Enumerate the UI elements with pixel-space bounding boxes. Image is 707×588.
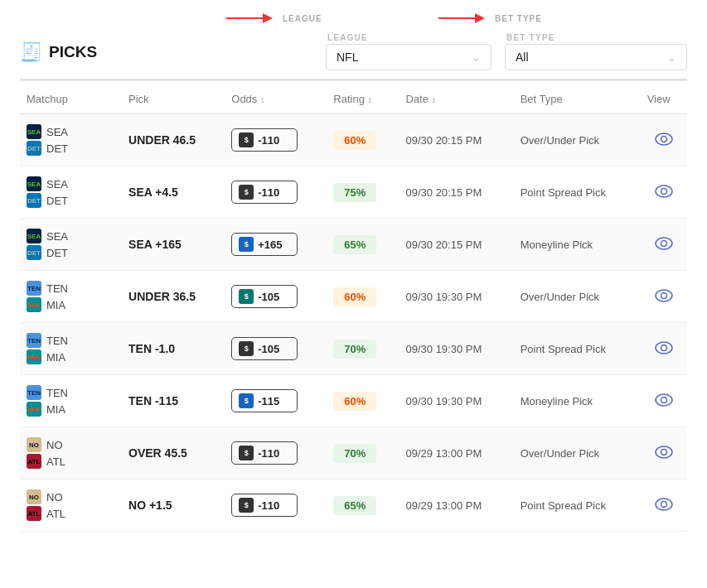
rating-badge: 70% bbox=[333, 444, 376, 463]
rating-badge: 65% bbox=[333, 496, 376, 515]
rating-cell: 70% bbox=[327, 323, 399, 375]
date-cell: 09/29 13:00 PM bbox=[399, 427, 513, 480]
col-odds[interactable]: Odds ↕ bbox=[225, 81, 327, 114]
svg-point-10 bbox=[656, 342, 672, 354]
table-row: SEA SEA DET DET SEA +165 $ +165 65% 09/3… bbox=[20, 219, 687, 271]
rating-badge: 60% bbox=[333, 131, 376, 150]
bet-type-dropdown[interactable]: All ⌄ bbox=[505, 44, 687, 70]
svg-point-2 bbox=[656, 133, 672, 145]
odds-cell: $ -110 bbox=[225, 480, 327, 532]
svg-point-6 bbox=[656, 238, 672, 249]
page-title: 🧾 PICKS bbox=[20, 41, 97, 63]
view-icon[interactable] bbox=[655, 131, 673, 149]
svg-point-5 bbox=[661, 188, 666, 194]
svg-point-15 bbox=[661, 449, 666, 455]
date-cell: 09/30 20:15 PM bbox=[399, 114, 513, 166]
table-row: NO NO ATL ATL NO +1.5 $ -110 65% 09/29 1… bbox=[20, 480, 687, 532]
bet-type-cell: Over/Under Pick bbox=[514, 114, 641, 166]
odds-cell: $ -105 bbox=[225, 271, 327, 323]
svg-point-7 bbox=[661, 240, 666, 246]
table-row: TEN TEN MIA MIA TEN -115 $ -115 60% 09/3… bbox=[20, 375, 687, 427]
view-icon[interactable] bbox=[655, 444, 673, 462]
date-cell: 09/30 19:30 PM bbox=[399, 271, 513, 323]
matchup-cell: SEA SEA DET DET bbox=[20, 166, 122, 219]
matchup-cell: SEA SEA DET DET bbox=[20, 219, 122, 271]
pick-cell: TEN -115 bbox=[122, 375, 225, 427]
odds-value: -110 bbox=[258, 447, 279, 460]
col-bet-type: Bet Type bbox=[514, 81, 641, 114]
bet-type-cell: Moneyline Pick bbox=[514, 219, 641, 271]
table-row: NO NO ATL ATL OVER 45.5 $ -110 70% 09/29… bbox=[20, 427, 687, 480]
pick-cell: TEN -1.0 bbox=[122, 323, 225, 375]
bet-type-cell: Over/Under Pick bbox=[514, 427, 641, 480]
view-cell bbox=[641, 166, 687, 219]
pick-cell: UNDER 36.5 bbox=[122, 271, 225, 323]
col-view: View bbox=[641, 81, 687, 114]
col-rating[interactable]: Rating ↕ bbox=[327, 81, 399, 114]
view-icon[interactable] bbox=[655, 340, 673, 358]
view-cell bbox=[641, 219, 687, 271]
col-date[interactable]: Date ↕ bbox=[399, 81, 513, 114]
odds-value: -110 bbox=[258, 134, 279, 147]
receipt-icon: 🧾 bbox=[20, 41, 42, 63]
league-value: NFL bbox=[337, 51, 358, 64]
view-cell bbox=[641, 375, 687, 427]
matchup-cell: TEN TEN MIA MIA bbox=[20, 271, 122, 323]
bet-type-value: All bbox=[516, 51, 529, 64]
pick-cell: NO +1.5 bbox=[122, 480, 225, 532]
rating-cell: 65% bbox=[327, 219, 399, 271]
odds-cell: $ -115 bbox=[225, 375, 327, 427]
rating-cell: 70% bbox=[327, 427, 399, 480]
league-chevron-icon: ⌄ bbox=[472, 51, 481, 64]
date-cell: 09/30 20:15 PM bbox=[399, 219, 513, 271]
rating-badge: 60% bbox=[333, 392, 376, 411]
rating-badge: 65% bbox=[333, 235, 376, 254]
view-cell bbox=[641, 114, 687, 166]
rating-badge: 70% bbox=[333, 340, 376, 359]
table-row: SEA SEA DET DET SEA +4.5 $ -110 75% 09/3… bbox=[20, 166, 687, 219]
table-row: TEN TEN MIA MIA UNDER 36.5 $ -105 60% 09… bbox=[20, 271, 687, 323]
pick-cell: UNDER 46.5 bbox=[122, 114, 225, 166]
rating-cell: 60% bbox=[327, 375, 399, 427]
svg-point-3 bbox=[661, 136, 666, 142]
table-row: TEN TEN MIA MIA TEN -1.0 $ -105 70% 09/3… bbox=[20, 323, 687, 375]
odds-value: +165 bbox=[258, 239, 282, 251]
view-icon[interactable] bbox=[655, 392, 673, 410]
odds-cell: $ -110 bbox=[225, 166, 327, 219]
view-icon[interactable] bbox=[655, 235, 673, 253]
svg-point-16 bbox=[656, 499, 672, 510]
rating-cell: 75% bbox=[327, 166, 399, 219]
rating-badge: 60% bbox=[333, 287, 376, 306]
svg-point-4 bbox=[656, 186, 672, 197]
matchup-cell: NO NO ATL ATL bbox=[20, 427, 122, 480]
view-icon[interactable] bbox=[655, 287, 673, 306]
league-arrow-label: LEAGUE bbox=[283, 14, 322, 23]
pick-cell: OVER 45.5 bbox=[122, 427, 225, 480]
view-cell bbox=[641, 480, 687, 532]
table-row: SEA SEA DET DET UNDER 46.5 $ -110 60% 09… bbox=[20, 114, 687, 166]
col-pick: Pick bbox=[122, 81, 225, 114]
bet-type-cell: Point Spread Pick bbox=[514, 166, 641, 219]
date-cell: 09/30 19:30 PM bbox=[399, 323, 513, 375]
svg-point-17 bbox=[661, 501, 666, 507]
odds-cell: $ -105 bbox=[225, 323, 327, 375]
league-dropdown-label: LEAGUE bbox=[326, 33, 492, 42]
bet-type-arrow bbox=[438, 12, 488, 25]
rating-cell: 65% bbox=[327, 480, 399, 532]
matchup-cell: NO NO ATL ATL bbox=[20, 480, 122, 532]
bet-type-cell: Point Spread Pick bbox=[514, 480, 641, 532]
odds-value: -110 bbox=[258, 186, 279, 199]
bet-type-arrow-label: BET TYPE bbox=[495, 14, 542, 23]
odds-value: -105 bbox=[258, 291, 279, 303]
matchup-cell: SEA SEA DET DET bbox=[20, 114, 122, 166]
view-icon[interactable] bbox=[655, 183, 673, 201]
view-icon[interactable] bbox=[655, 496, 673, 514]
league-dropdown[interactable]: NFL ⌄ bbox=[326, 44, 492, 70]
pick-cell: SEA +165 bbox=[122, 219, 225, 271]
bet-type-cell: Over/Under Pick bbox=[514, 271, 641, 323]
odds-value: -110 bbox=[258, 499, 279, 512]
odds-cell: $ +165 bbox=[225, 219, 327, 271]
odds-value: -115 bbox=[258, 395, 279, 407]
odds-cell: $ -110 bbox=[225, 114, 327, 166]
date-cell: 09/30 19:30 PM bbox=[399, 375, 513, 427]
